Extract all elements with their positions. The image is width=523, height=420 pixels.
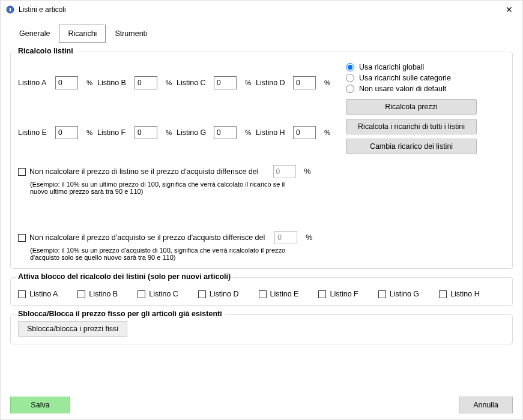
recalc-prices-button[interactable]: Ricalcola prezzi	[346, 99, 477, 115]
titlebar: Listini e articoli ✕	[1, 1, 522, 19]
window-title: Listini e articoli	[19, 5, 66, 14]
input-listino-c[interactable]	[214, 76, 237, 89]
group-sblocca-blocca: Sblocca/Blocca il prezzo fisso per gli a…	[10, 314, 513, 344]
pct-a: %	[82, 79, 97, 86]
input-listino-b[interactable]	[135, 76, 157, 89]
legend-ricalcolo: Ricalcolo listini	[16, 47, 76, 55]
pct-check1: %	[304, 167, 311, 176]
checkbox-block-c[interactable]	[138, 290, 145, 298]
input-listino-f[interactable]	[135, 126, 157, 139]
hint-no-recalc-acquisto: (Esempio: il 10% su un prezzo d'acquisto…	[30, 247, 288, 261]
radio-global[interactable]: Usa ricarichi globali	[346, 63, 505, 71]
save-button[interactable]: Salva	[10, 397, 70, 413]
svg-rect-1	[10, 8, 11, 11]
tab-generale[interactable]: Generale	[10, 25, 59, 43]
radio-categories-label: Usa ricarichi sulle categorie	[359, 74, 451, 82]
checkbox-block-d[interactable]	[198, 290, 206, 298]
input-listino-h[interactable]	[293, 126, 316, 139]
pct-g: %	[240, 129, 256, 136]
checkbox-block-b[interactable]	[77, 290, 85, 298]
input-listino-a[interactable]	[55, 76, 78, 89]
tab-strip: Generale Ricarichi Strumenti	[10, 25, 513, 43]
label-block-c: Listino C	[149, 290, 178, 298]
label-listino-h: Listino H	[256, 128, 293, 137]
label-listino-e: Listino E	[18, 128, 55, 137]
checkbox-block-g[interactable]	[378, 290, 386, 298]
label-block-e: Listino E	[270, 290, 299, 298]
label-listino-f: Listino F	[97, 128, 135, 137]
label-listino-g: Listino G	[177, 128, 214, 137]
checkbox-no-recalc-acquisto[interactable]	[18, 234, 26, 242]
legend-sblocca-blocca: Sblocca/Blocca il prezzo fisso per gli a…	[16, 310, 225, 318]
radio-global-label: Usa ricarichi globali	[359, 63, 424, 71]
label-listino-d: Listino D	[256, 79, 293, 87]
pct-h: %	[319, 129, 335, 136]
input-listino-g[interactable]	[214, 126, 237, 139]
tab-strumenti[interactable]: Strumenti	[106, 25, 156, 43]
input-listino-e[interactable]	[55, 126, 78, 139]
radio-none-label: Non usare valori di default	[359, 85, 446, 93]
group-ricalcolo-listini: Ricalcolo listini Listino A % Listino B …	[10, 52, 513, 269]
group-attiva-blocco: Attiva blocco del ricalcolo dei listini …	[10, 277, 513, 306]
input-listino-d[interactable]	[293, 76, 316, 89]
label-block-a: Listino A	[29, 290, 58, 298]
label-no-recalc-listino: Non ricalcolare il prezzo di listino se …	[29, 167, 259, 176]
label-block-h: Listino H	[450, 290, 480, 298]
label-listino-a: Listino A	[18, 79, 55, 87]
checkbox-no-recalc-listino[interactable]	[18, 168, 26, 176]
pct-f: %	[161, 129, 177, 136]
label-listino-b: Listino B	[97, 79, 135, 87]
label-block-b: Listino B	[89, 290, 118, 298]
label-no-recalc-acquisto: Non ricalcolare il prezzo d'acquisto se …	[29, 233, 265, 242]
tab-ricarichi[interactable]: Ricarichi	[59, 25, 106, 43]
input-no-recalc-acquisto	[274, 231, 297, 244]
radio-none[interactable]: Non usare valori di default	[346, 85, 505, 93]
pct-d: %	[319, 79, 335, 86]
pct-c: %	[240, 79, 256, 86]
radio-categories-input[interactable]	[346, 74, 354, 82]
pct-b: %	[161, 79, 177, 86]
label-block-f: Listino F	[330, 290, 358, 298]
label-block-d: Listino D	[210, 290, 239, 298]
app-icon	[5, 5, 15, 14]
radio-none-input[interactable]	[346, 85, 354, 93]
pct-check2: %	[306, 233, 312, 242]
change-markup-button[interactable]: Cambia ricarico dei listini	[346, 139, 477, 154]
radio-categories[interactable]: Usa ricarichi sulle categorie	[346, 74, 505, 82]
label-listino-c: Listino C	[177, 79, 214, 87]
checkbox-block-a[interactable]	[18, 290, 26, 298]
cancel-button[interactable]: Annulla	[459, 397, 513, 413]
checkbox-block-e[interactable]	[259, 290, 267, 298]
checkbox-block-f[interactable]	[318, 290, 326, 298]
legend-attiva-blocco: Attiva blocco del ricalcolo dei listini …	[16, 272, 233, 281]
radio-global-input[interactable]	[346, 63, 354, 71]
checkbox-block-h[interactable]	[439, 290, 447, 298]
recalc-all-button[interactable]: Ricalcola i ricarichi di tutti i listini	[346, 119, 477, 134]
unlock-lock-button[interactable]: Sblocca/blocca i prezzi fissi	[18, 321, 127, 337]
hint-no-recalc-listino: (Esempio: il 10% su un ultimo prezzo di …	[30, 181, 288, 195]
input-no-recalc-listino	[273, 165, 296, 178]
label-block-g: Listino G	[390, 290, 419, 298]
pct-e: %	[82, 129, 97, 136]
close-icon[interactable]: ✕	[502, 5, 516, 14]
